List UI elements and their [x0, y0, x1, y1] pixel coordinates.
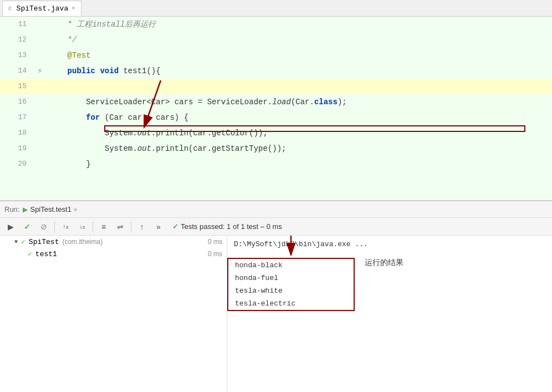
tab-label: SpiTest.java [17, 4, 69, 13]
code-line-20: 20 } [0, 156, 552, 172]
test-status-text: Tests passed: 1 of 1 test – 0 ms [181, 222, 282, 231]
line-num-18: 18 [0, 125, 33, 141]
line-content-17: for (Car car : cars) { [47, 110, 552, 125]
output-line-2: honda-fuel [228, 272, 354, 284]
child-check-icon: ✓ [28, 250, 32, 258]
run-label: Run: [4, 205, 19, 213]
line-content-12: */ [47, 32, 552, 48]
root-test-label: SpiTest [29, 238, 59, 246]
line-num-19: 19 [0, 141, 33, 156]
code-line-16: 16 ServiceLoader<Car> cars = ServiceLoad… [0, 94, 552, 110]
line-num-13: 13 [0, 48, 33, 63]
line-num-11: 11 [0, 17, 33, 32]
code-line-13: 13 @Test [0, 48, 552, 63]
tab-prefix: c [8, 5, 12, 12]
align-button[interactable]: ≡ [96, 220, 111, 234]
line-content-11: * 工程install后再运行 [47, 17, 552, 32]
run-tab-close-icon[interactable]: × [74, 206, 77, 213]
toolbar-sep-1 [54, 221, 55, 232]
spitest-tab[interactable]: c SpiTest.java × [2, 1, 81, 16]
run-toolbar: ▶ ✓ ⊘ ↑₂ ↓₂ ≡ ⇌ ↑ » ✓ Tests passed: 1 of… [0, 218, 552, 236]
diff-button[interactable]: ⇌ [113, 220, 127, 234]
run-tab[interactable]: ▶ SpiTest.test1 × [23, 205, 77, 213]
toolbar-sep-3 [131, 221, 131, 232]
code-lines: 11 * 工程install后再运行 12 */ 13 @Test 14 [0, 17, 552, 172]
gutter-14: ⚡ [33, 63, 47, 79]
line-content-16: ServiceLoader<Car> cars = ServiceLoader.… [47, 94, 552, 110]
more-button[interactable]: » [151, 220, 166, 234]
code-line-15: 15 [0, 79, 552, 94]
root-check-icon: ✓ [21, 237, 25, 246]
line-num-16: 16 [0, 94, 33, 110]
test-child-item[interactable]: ✓ test1 0 ms [0, 248, 227, 260]
java-path-text: D:\MySoft\jdk8\bin\java.exe ... [234, 240, 368, 248]
run-gutter-icon[interactable]: ⚡ [38, 63, 42, 79]
code-line-11: 11 * 工程install后再运行 [0, 17, 552, 32]
line-num-17: 17 [0, 110, 33, 125]
code-line-14: 14 ⚡ public void test1(){ [0, 63, 552, 79]
child-test-label: test1 [35, 250, 57, 258]
line-num-20: 20 [0, 156, 33, 172]
stop-button[interactable]: ⊘ [37, 220, 51, 234]
run-tab-label: SpiTest.test1 [30, 205, 71, 213]
run-tab-bar: Run: ▶ SpiTest.test1 × [0, 201, 552, 218]
line-num-12: 12 [0, 32, 33, 48]
code-line-19: 19 System.out.println(car.getStartType()… [0, 141, 552, 156]
check-button[interactable]: ✓ [20, 220, 34, 234]
sort-asc-button[interactable]: ↑₂ [58, 220, 73, 234]
root-meta: (com.itheima) [62, 238, 103, 246]
expand-icon: ▼ [14, 239, 18, 245]
line-content-20: } [47, 156, 552, 172]
console-panel: D:\MySoft\jdk8\bin\java.exe ... honda-bl… [227, 236, 552, 392]
test-status: ✓ Tests passed: 1 of 1 test – 0 ms [172, 222, 282, 231]
code-line-17: 17 for (Car car : cars) { [0, 110, 552, 125]
child-time: 0 ms [208, 250, 222, 258]
toolbar-sep-2 [93, 221, 93, 232]
console-path: D:\MySoft\jdk8\bin\java.exe ... [234, 240, 545, 248]
line-content-14: public void test1(){ [47, 63, 552, 79]
test-tree-panel: ⟳ ⟳ 📷 ▼ ✓ SpiTest (com.itheima) 0 ms ✓ t… [0, 236, 227, 392]
root-time: 0 ms [208, 238, 222, 246]
tab-close-icon[interactable]: × [71, 5, 75, 12]
line-content-18: System.out.println(car.getColor()); [47, 125, 552, 141]
line-num-15: 15 [0, 79, 33, 94]
output-line-3: tesla-white [228, 284, 354, 297]
sort-desc-button[interactable]: ↓₂ [75, 220, 89, 234]
line-num-14: 14 [0, 63, 33, 79]
tab-bar: c SpiTest.java × [0, 0, 552, 17]
code-line-18: 18 System.out.println(car.getColor()); [0, 125, 552, 141]
play-button[interactable]: ▶ [3, 220, 18, 234]
output-result-box: honda-black honda-fuel tesla-white tesla… [227, 258, 355, 311]
output-label: 运行的结果 [365, 258, 403, 268]
test-check-icon: ✓ [172, 222, 178, 231]
run-panel: Run: ▶ SpiTest.test1 × ▶ ✓ ⊘ ↑₂ ↓₂ ≡ ⇌ ↑… [0, 200, 552, 392]
line-content-13: @Test [47, 48, 552, 63]
output-line-1: honda-black [228, 259, 354, 272]
editor-area: 11 * 工程install后再运行 12 */ 13 @Test 14 [0, 17, 552, 200]
run-content: ⟳ ⟳ 📷 ▼ ✓ SpiTest (com.itheima) 0 ms ✓ t… [0, 236, 552, 392]
up-button[interactable]: ↑ [135, 220, 149, 234]
output-line-4: tesla-electric [228, 297, 354, 310]
test-root-item[interactable]: ▼ ✓ SpiTest (com.itheima) 0 ms [0, 236, 227, 248]
run-tab-play-icon: ▶ [23, 206, 28, 213]
code-line-12: 12 */ [0, 32, 552, 48]
line-content-19: System.out.println(car.getStartType()); [47, 141, 552, 156]
